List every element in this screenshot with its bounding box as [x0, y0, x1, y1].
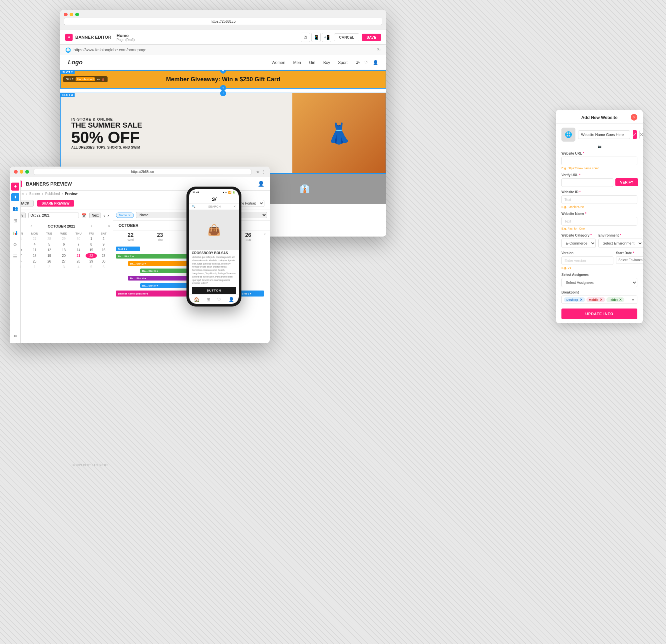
preview-sidebar-people[interactable]: 👥 — [11, 204, 20, 213]
cal-day-selected[interactable]: 22 — [86, 253, 97, 258]
breadcrumb-banner[interactable]: Banner — [29, 192, 40, 196]
close-dot[interactable] — [64, 13, 68, 16]
verify-url-input[interactable] — [561, 178, 613, 187]
phone-tab-user[interactable]: 👤 — [228, 297, 234, 302]
nav-girl[interactable]: Girl — [309, 60, 315, 65]
preview-minimize-dot[interactable] — [20, 170, 23, 173]
tl-bar-slot6[interactable]: Slot 6 ● — [240, 290, 264, 296]
cal-day[interactable]: 5 — [86, 264, 97, 270]
preview-sidebar-logout[interactable]: ⬅ — [11, 331, 20, 340]
tablet-icon[interactable]: 📱 — [311, 33, 321, 42]
delete-icon[interactable]: 🗑 — [102, 78, 105, 81]
bp-mobile-remove[interactable]: ✕ — [600, 298, 602, 302]
desktop-icon[interactable]: 🖥 — [301, 33, 310, 42]
cal-day[interactable]: 27 — [27, 236, 42, 241]
cal-day[interactable]: 6 — [97, 264, 110, 270]
cal-day[interactable]: 2 — [42, 264, 56, 270]
preview-url-input[interactable] — [34, 169, 251, 175]
cal-day[interactable]: 6 — [56, 241, 72, 247]
nav-women[interactable]: Women — [271, 60, 285, 65]
update-info-button[interactable]: UPDATE INFO — [561, 308, 637, 319]
cal-day[interactable]: 18 — [27, 253, 42, 258]
cal-day[interactable]: 16 — [97, 247, 110, 253]
cal-day[interactable]: 15 — [86, 247, 97, 253]
filter-name-tag[interactable]: Nome ✕ — [116, 213, 134, 218]
share-preview-button[interactable]: SHARE PREVIEW — [37, 200, 74, 206]
preview-sidebar-menu[interactable]: ☰ — [11, 252, 20, 261]
cal-day[interactable]: 25 — [27, 258, 42, 264]
cal-day[interactable]: 30 — [72, 236, 86, 241]
cal-day[interactable]: 1 — [86, 236, 97, 241]
cal-prev[interactable]: ‹ — [31, 224, 32, 228]
cal-day[interactable]: 13 — [56, 247, 72, 253]
cal-day[interactable]: 3 — [56, 264, 72, 270]
start-date-input[interactable] — [618, 258, 643, 262]
environment-select[interactable]: Select Environment — [598, 239, 643, 248]
cal-next[interactable]: › — [91, 224, 92, 228]
cal-day[interactable]: 12 — [42, 247, 56, 253]
maximize-dot[interactable] — [75, 13, 79, 16]
breakpoint-dropdown-icon[interactable]: ▼ — [631, 298, 635, 302]
slot3-add-top[interactable]: + — [220, 90, 226, 96]
nav-sport[interactable]: Sport — [338, 60, 348, 65]
cal-day-today[interactable]: 21 — [72, 253, 86, 258]
cal-day[interactable]: 9 — [97, 241, 110, 247]
nav-boy[interactable]: Boy — [323, 60, 330, 65]
cal-day[interactable]: 1 — [27, 264, 42, 270]
bp-desktop-remove[interactable]: ✕ — [580, 298, 582, 302]
nav-men[interactable]: Men — [293, 60, 301, 65]
cal-day[interactable]: 28 — [42, 236, 56, 241]
date-input[interactable] — [28, 213, 79, 218]
cal-day[interactable]: 26 — [42, 258, 56, 264]
cal-day[interactable]: 20 — [56, 253, 72, 258]
assignees-select[interactable]: Select Assignees — [561, 278, 637, 287]
cancel-button[interactable]: CANCEL — [334, 33, 359, 41]
preview-maximize-dot[interactable] — [25, 170, 29, 173]
phone-tab-search[interactable]: ⊞ — [207, 297, 210, 302]
cal-next-next[interactable]: » — [108, 224, 110, 228]
cal-day[interactable]: 29 — [86, 258, 97, 264]
verify-button[interactable]: VERIFY — [615, 178, 638, 186]
bp-tablet-remove[interactable]: ✕ — [619, 298, 622, 302]
preview-sidebar-layout[interactable]: ⊞ — [11, 216, 20, 225]
cal-day[interactable]: 4 — [27, 241, 42, 247]
breadcrumb-published[interactable]: Published — [45, 192, 60, 196]
phone-cta-button[interactable]: BUTTON — [192, 287, 236, 294]
website-name-field-input[interactable] — [561, 217, 637, 225]
mobile-icon[interactable]: 📲 — [322, 33, 331, 42]
preview-sidebar-chart[interactable]: 📊 — [11, 228, 20, 237]
phone-tab-heart[interactable]: ♡ — [217, 297, 222, 302]
save-button[interactable]: SAVE — [362, 34, 381, 41]
filter-remove-icon[interactable]: ✕ — [128, 214, 131, 217]
browser-url-input[interactable] — [64, 18, 382, 25]
category-select[interactable]: E-Commerce — [561, 239, 596, 248]
panel-close-button[interactable]: ✕ — [631, 114, 637, 121]
website-url-input[interactable] — [561, 157, 637, 165]
cancel-name-button[interactable]: ✕ — [639, 130, 643, 139]
phone-tab-home[interactable]: 🏠 — [194, 297, 199, 302]
version-input[interactable] — [561, 256, 613, 265]
preview-close-dot[interactable] — [14, 170, 18, 173]
cal-day[interactable]: 27 — [56, 258, 72, 264]
cal-day[interactable]: 23 — [97, 253, 110, 258]
website-id-input[interactable] — [561, 195, 637, 204]
cal-day[interactable]: 30 — [97, 258, 110, 264]
confirm-name-button[interactable]: ✓ — [633, 130, 637, 139]
website-name-input[interactable] — [578, 130, 630, 139]
cal-day[interactable]: 19 — [42, 253, 56, 258]
cal-day[interactable]: 29 — [56, 236, 72, 241]
refresh-icon[interactable]: ↻ — [377, 47, 381, 53]
cal-day[interactable]: 14 — [72, 247, 86, 253]
cal-day[interactable]: 28 — [72, 258, 86, 264]
next-button[interactable]: Next — [89, 213, 101, 218]
tl-bar-slot1[interactable]: Slot 1 ● — [116, 247, 140, 251]
tl-bar-slot2b[interactable]: Ba... Slot 2 ● — [128, 261, 192, 266]
preview-sidebar-blue[interactable]: ✦ — [11, 193, 19, 201]
cal-day[interactable]: 2 — [97, 236, 110, 241]
tl-scroll-right[interactable]: › — [263, 231, 267, 243]
cal-day[interactable]: 11 — [27, 247, 42, 253]
nav-chevron-left[interactable]: ‹ — [104, 213, 105, 218]
cal-day[interactable]: 4 — [72, 264, 86, 270]
phone-search-clear[interactable]: ✕ — [233, 205, 236, 208]
calendar-icon[interactable]: 📅 — [82, 213, 87, 218]
